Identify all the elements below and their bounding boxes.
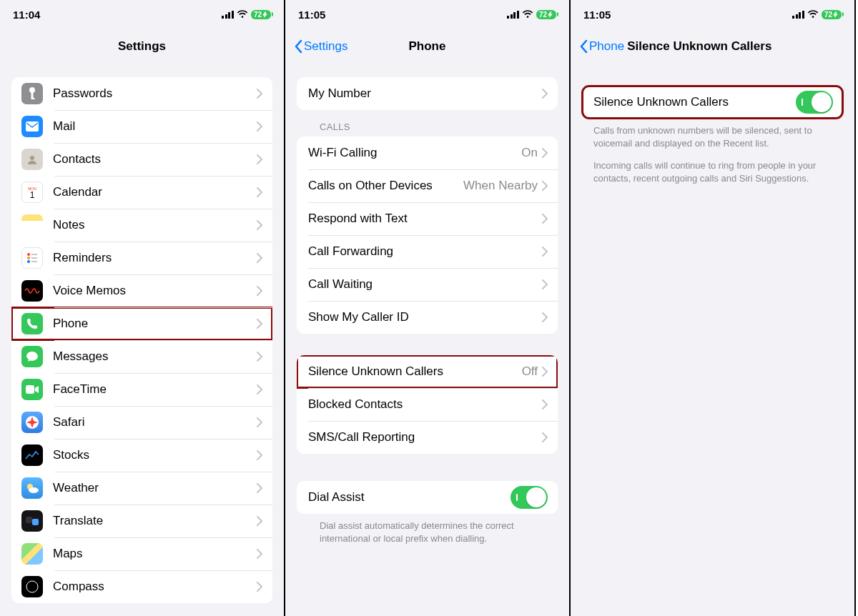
- row-label: Voice Memos: [53, 284, 257, 298]
- reminders-icon: [21, 247, 43, 269]
- my-number-group: My Number: [297, 77, 558, 110]
- row-label: Passwords: [53, 86, 257, 101]
- row-silence-unknown-callers-toggle[interactable]: Silence Unknown Callers: [582, 86, 843, 119]
- row-label: Silence Unknown Callers: [582, 95, 796, 109]
- wifi-icon: [522, 10, 533, 19]
- settings-row-calendar[interactable]: MON1 Calendar: [11, 176, 272, 209]
- row-label: Compass: [53, 580, 257, 594]
- weather-icon: [21, 477, 43, 499]
- chevron-right-icon: [257, 352, 262, 362]
- silence-blocked-group: Silence Unknown Callers Off Blocked Cont…: [297, 355, 558, 454]
- calls-group-header: CALLS: [297, 110, 558, 136]
- wifi-icon: [807, 10, 819, 19]
- settings-row-notes[interactable]: Notes: [11, 209, 272, 242]
- settings-row-passwords[interactable]: Passwords: [11, 77, 272, 110]
- settings-row-voice-memos[interactable]: Voice Memos: [11, 274, 272, 307]
- silence-unknown-callers-screen: 11:05 72 Phone Silence Unknown Callers S…: [571, 0, 856, 616]
- row-blocked-contacts[interactable]: Blocked Contacts: [297, 388, 558, 421]
- status-time: 11:04: [13, 9, 40, 21]
- row-label: Wi-Fi Calling: [297, 146, 521, 160]
- notes-icon: [21, 214, 43, 236]
- back-button[interactable]: Settings: [294, 39, 347, 54]
- settings-row-reminders[interactable]: Reminders: [11, 242, 272, 274]
- chevron-right-icon: [257, 384, 262, 394]
- settings-row-compass[interactable]: Compass: [11, 570, 272, 603]
- row-wifi-calling[interactable]: Wi-Fi Calling On: [297, 136, 558, 169]
- row-label: Calls on Other Devices: [297, 179, 463, 193]
- chevron-right-icon: [542, 367, 548, 377]
- chevron-right-icon: [257, 582, 262, 592]
- row-calls-other-devices[interactable]: Calls on Other Devices When Nearby: [297, 169, 558, 202]
- messages-icon: [21, 346, 43, 367]
- settings-list: Passwords Mail Contacts MON1 Calendar: [11, 77, 272, 603]
- row-dial-assist[interactable]: Dial Assist: [297, 481, 558, 514]
- row-sms-call-reporting[interactable]: SMS/Call Reporting: [297, 421, 558, 454]
- passwords-icon: [21, 83, 43, 104]
- dial-assist-toggle[interactable]: [511, 486, 548, 509]
- svg-rect-13: [26, 385, 34, 394]
- phone-settings-screen: 11:05 72 Settings Phone My Number CALLS …: [285, 0, 571, 616]
- chevron-right-icon: [542, 312, 548, 322]
- chevron-right-icon: [542, 214, 548, 224]
- page-title: Settings: [0, 39, 284, 54]
- cellular-signal-icon: [222, 11, 234, 19]
- wifi-icon: [237, 10, 248, 19]
- dial-assist-group: Dial Assist: [297, 481, 558, 514]
- svg-rect-12: [31, 261, 37, 262]
- chevron-right-icon: [542, 432, 548, 442]
- settings-row-weather[interactable]: Weather: [11, 472, 272, 505]
- chevron-right-icon: [542, 247, 548, 257]
- settings-row-messages[interactable]: Messages: [11, 340, 272, 373]
- svg-rect-1: [31, 92, 34, 98]
- svg-rect-18: [32, 519, 39, 525]
- svg-rect-11: [31, 257, 37, 259]
- translate-icon: [21, 510, 43, 532]
- row-label: Calendar: [53, 185, 257, 199]
- svg-point-0: [29, 87, 35, 93]
- settings-row-facetime[interactable]: FaceTime: [11, 373, 272, 406]
- status-time: 11:05: [583, 9, 611, 21]
- settings-row-safari[interactable]: Safari: [11, 406, 272, 439]
- row-detail: When Nearby: [463, 179, 538, 193]
- settings-row-contacts[interactable]: Contacts: [11, 143, 272, 176]
- settings-row-stocks[interactable]: Stocks: [11, 439, 272, 472]
- nav-header: Settings: [0, 29, 284, 64]
- chevron-right-icon: [257, 253, 262, 263]
- row-show-caller-id[interactable]: Show My Caller ID: [297, 301, 558, 334]
- settings-row-mail[interactable]: Mail: [11, 110, 272, 143]
- svg-rect-3: [26, 121, 39, 131]
- chevron-right-icon: [542, 181, 548, 191]
- row-label: Maps: [53, 547, 257, 561]
- status-bar: 11:05 72: [285, 0, 569, 29]
- row-label: Mail: [53, 119, 257, 134]
- settings-row-phone[interactable]: Phone: [11, 307, 272, 340]
- svg-point-16: [29, 487, 39, 493]
- settings-row-maps[interactable]: Maps: [11, 537, 272, 570]
- row-label: Blocked Contacts: [297, 397, 542, 412]
- chevron-right-icon: [257, 319, 262, 329]
- page-title: Silence Unknown Callers: [624, 39, 846, 54]
- row-respond-with-text[interactable]: Respond with Text: [297, 202, 558, 235]
- back-label: Phone: [589, 39, 624, 54]
- row-call-waiting[interactable]: Call Waiting: [297, 268, 558, 301]
- row-label: FaceTime: [53, 382, 257, 397]
- chevron-right-icon: [257, 417, 262, 427]
- row-label: Contacts: [53, 152, 257, 167]
- settings-row-translate[interactable]: Translate: [11, 505, 272, 537]
- back-button[interactable]: Phone: [579, 39, 624, 54]
- row-label: Weather: [53, 481, 257, 495]
- row-my-number[interactable]: My Number: [297, 77, 558, 110]
- svg-rect-17: [26, 517, 32, 523]
- svg-point-19: [26, 581, 38, 592]
- silence-unknown-callers-toggle[interactable]: [796, 91, 833, 114]
- chevron-right-icon: [257, 286, 262, 296]
- chevron-right-icon: [257, 89, 262, 99]
- battery-icon: 72: [822, 10, 842, 19]
- row-call-forwarding[interactable]: Call Forwarding: [297, 235, 558, 268]
- row-detail: On: [521, 146, 538, 160]
- chevron-right-icon: [257, 483, 262, 493]
- svg-point-7: [27, 253, 30, 256]
- chevron-right-icon: [542, 399, 548, 409]
- row-silence-unknown-callers[interactable]: Silence Unknown Callers Off: [297, 355, 558, 388]
- compass-icon: [21, 576, 43, 597]
